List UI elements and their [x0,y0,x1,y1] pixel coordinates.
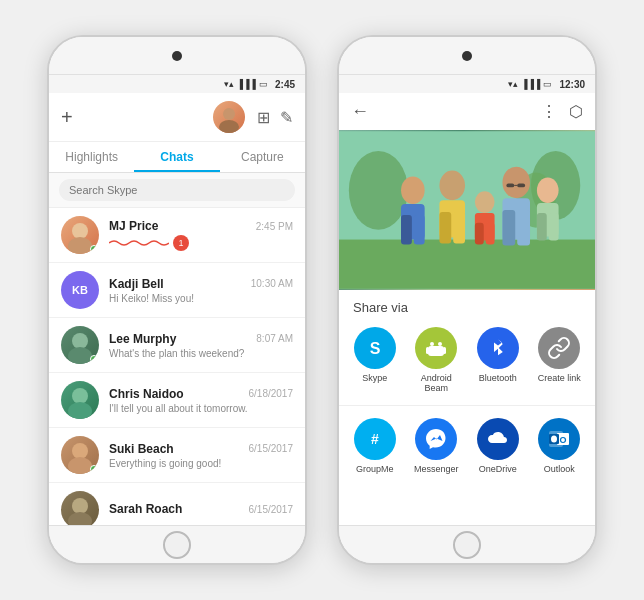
share-app-bluetooth[interactable]: Bluetooth [470,327,526,393]
svg-rect-28 [486,223,495,245]
chat-name: Kadji Bell [109,277,164,291]
groupme-logo: # [363,427,387,451]
share-apps-grid: S Skype Androi [339,321,595,399]
cast-icon[interactable]: ⬡ [569,102,583,121]
chat-time: 10:30 AM [251,278,293,289]
svg-rect-45 [443,347,446,354]
user-avatar[interactable] [213,101,245,133]
battery-icon-right: ▭ [543,79,552,89]
messenger-icon [415,418,457,460]
add-button[interactable]: + [61,106,73,129]
skype-label: Skype [362,373,387,383]
chat-name: Lee Murphy [109,332,176,346]
status-icons-right: ▾▴ ▐▐▐ ▭ 12:30 [508,79,585,90]
chat-name: MJ Price [109,219,158,233]
signal-icon-right: ▐▐▐ [521,79,540,89]
overflow-menu-icon[interactable]: ⋮ [541,102,557,121]
avatar-svg-sarah [61,491,99,525]
svg-point-3 [68,237,92,254]
search-input[interactable] [59,179,295,201]
skype-header: + ⊞ ✎ [49,93,305,142]
svg-text:S: S [369,340,380,357]
share-app-onedrive[interactable]: OneDrive [470,418,526,474]
chat-item-lee-murphy[interactable]: Lee Murphy 8:07 AM What's the plan this … [49,318,305,373]
svg-rect-27 [475,223,484,245]
gallery-icon[interactable]: ⊞ [257,108,270,127]
svg-point-5 [68,347,92,364]
home-button-left[interactable] [163,531,191,559]
chat-name: Sarah Roach [109,502,182,516]
avatar-image [213,101,245,133]
share-app-outlook[interactable]: O Outlook [532,418,588,474]
svg-point-0 [223,108,235,120]
svg-point-10 [72,498,88,514]
status-time-right: 12:30 [559,79,585,90]
share-app-skype[interactable]: S Skype [347,327,403,393]
messenger-logo [424,427,448,451]
phone-right-camera [462,51,472,61]
share-app-groupme[interactable]: # GroupMe [347,418,403,474]
svg-rect-35 [537,213,547,241]
svg-point-11 [68,512,92,525]
wifi-icon-right: ▾▴ [508,79,518,89]
svg-point-29 [502,167,530,199]
tab-capture[interactable]: Capture [220,142,305,172]
chat-item-mj-price[interactable]: MJ Price 2:45 PM 1 [49,208,305,263]
onedrive-icon [477,418,519,460]
create-link-icon [538,327,580,369]
skype-logo: S [363,336,387,360]
wave-audio [109,239,169,247]
chat-name: Chris Naidoo [109,387,184,401]
svg-point-14 [349,151,408,230]
avatar-kadji-bell: KB [61,271,99,309]
outlook-icon: O [538,418,580,460]
onedrive-label: OneDrive [479,464,517,474]
apps-divider [339,405,595,406]
chat-preview: I'll tell you all about it tomorrow. [109,403,293,414]
android-icon [424,336,448,360]
status-icons-left: ▾▴ ▐▐▐ ▭ 2:45 [224,79,295,90]
unread-badge: 1 [173,235,189,251]
phone-left-bottom-bezel [49,525,305,563]
home-button-right[interactable] [453,531,481,559]
bluetooth-icon [477,327,519,369]
phone-right-top-bezel [339,37,595,75]
action-buttons: ⋮ ⬡ [541,102,583,121]
svg-point-25 [475,191,495,213]
chat-body-chris: Chris Naidoo 6/18/2017 I'll tell you all… [109,387,293,414]
chat-top-row-sarah: Sarah Roach 6/15/2017 [109,502,293,516]
tab-chats[interactable]: Chats [134,142,219,172]
share-app-create-link[interactable]: Create link [532,327,588,393]
chat-body-kadji: Kadji Bell 10:30 AM Hi Keiko! Miss you! [109,277,293,304]
svg-rect-19 [401,215,412,245]
share-app-messenger[interactable]: Messenger [409,418,465,474]
svg-point-7 [68,402,92,419]
chat-item-sarah-roach[interactable]: Sarah Roach 6/15/2017 [49,483,305,525]
header-action-icons: ⊞ ✎ [257,108,293,127]
phones-container: ▾▴ ▐▐▐ ▭ 2:45 + ⊞ [47,35,597,565]
chat-time: 2:45 PM [256,221,293,232]
svg-rect-44 [426,347,429,354]
share-app-android-beam[interactable]: Android Beam [409,327,465,393]
svg-point-4 [72,333,88,349]
online-indicator [90,355,98,363]
chat-name: Suki Beach [109,442,174,456]
photo-area [339,130,595,290]
svg-rect-23 [439,212,451,244]
wifi-icon-left: ▾▴ [224,79,234,89]
tab-highlights[interactable]: Highlights [49,142,134,172]
chat-item-kadji-bell[interactable]: KB Kadji Bell 10:30 AM Hi Keiko! Miss yo… [49,263,305,318]
bluetooth-logo [486,336,510,360]
back-button[interactable]: ← [351,101,369,122]
chat-item-suki-beach[interactable]: Suki Beach 6/15/2017 Everything is going… [49,428,305,483]
chat-item-chris-naidoo[interactable]: Chris Naidoo 6/18/2017 I'll tell you all… [49,373,305,428]
compose-icon[interactable]: ✎ [280,108,293,127]
chat-body-suki: Suki Beach 6/15/2017 Everything is going… [109,442,293,469]
chat-time: 6/15/2017 [249,504,294,515]
chat-top-row-lee: Lee Murphy 8:07 AM [109,332,293,346]
chat-body-mj: MJ Price 2:45 PM 1 [109,219,293,251]
svg-point-9 [68,457,92,474]
chat-time: 6/18/2017 [249,388,294,399]
battery-icon-left: ▭ [259,79,268,89]
outlook-logo: O [547,427,571,451]
